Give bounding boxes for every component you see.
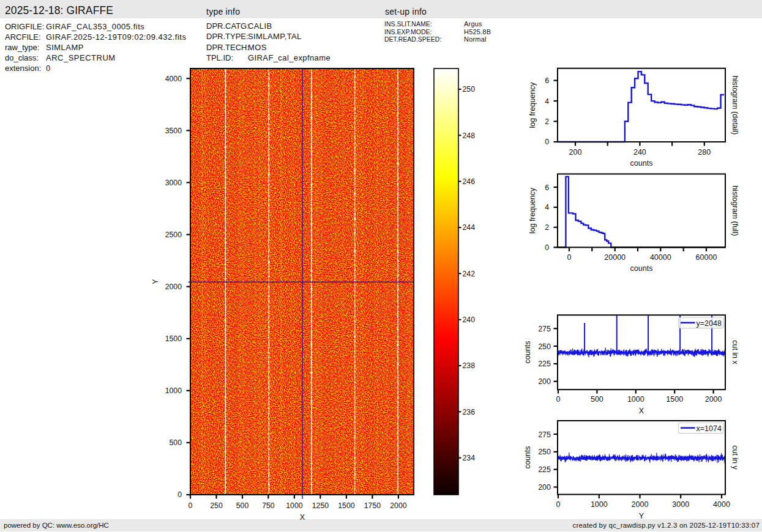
svg-text:3500: 3500 (165, 127, 182, 135)
svg-text:0: 0 (189, 501, 193, 510)
svg-text:counts: counts (523, 341, 532, 364)
svg-text:2000: 2000 (165, 283, 182, 291)
svg-text:20000: 20000 (604, 253, 626, 262)
svg-text:200: 200 (538, 377, 551, 386)
svg-text:1000: 1000 (627, 395, 644, 404)
svg-text:2000: 2000 (390, 501, 407, 510)
svg-text:4000: 4000 (165, 75, 182, 83)
svg-text:2500: 2500 (165, 231, 182, 239)
svg-text:236: 236 (463, 408, 476, 416)
svg-text:0: 0 (545, 138, 549, 146)
svg-text:225: 225 (538, 360, 551, 368)
svg-text:log frequency: log frequency (528, 187, 537, 234)
svg-text:2: 2 (545, 223, 549, 232)
svg-text:275: 275 (538, 325, 551, 333)
svg-text:1000: 1000 (165, 386, 182, 395)
svg-text:750: 750 (262, 501, 275, 510)
svg-text:250: 250 (463, 85, 476, 94)
svg-text:1000: 1000 (591, 500, 608, 509)
svg-text:histogram (full): histogram (full) (731, 185, 739, 236)
svg-text:200: 200 (538, 483, 551, 492)
svg-text:1000: 1000 (286, 501, 303, 510)
svg-text:counts: counts (630, 159, 653, 168)
svg-text:244: 244 (463, 223, 476, 232)
svg-text:40000: 40000 (650, 253, 671, 262)
svg-text:0: 0 (545, 243, 549, 252)
svg-text:6: 6 (545, 76, 549, 85)
svg-text:2: 2 (545, 117, 549, 126)
svg-text:cut in y: cut in y (731, 445, 739, 470)
svg-text:1250: 1250 (312, 501, 329, 510)
svg-text:Y: Y (639, 512, 644, 520)
svg-text:3000: 3000 (672, 500, 689, 509)
svg-text:246: 246 (463, 177, 476, 186)
svg-text:X: X (300, 513, 305, 522)
svg-text:500: 500 (169, 438, 182, 447)
svg-text:2000: 2000 (632, 500, 649, 509)
svg-text:1500: 1500 (165, 334, 182, 343)
svg-text:log frequency: log frequency (528, 82, 537, 128)
svg-text:0: 0 (177, 490, 182, 499)
svg-text:60000: 60000 (696, 253, 717, 262)
svg-text:242: 242 (463, 270, 476, 278)
svg-text:240: 240 (463, 316, 476, 324)
svg-text:275: 275 (538, 430, 551, 439)
svg-text:500: 500 (591, 395, 603, 404)
svg-text:Y: Y (151, 279, 160, 284)
svg-text:cut in x: cut in x (731, 340, 739, 364)
svg-text:1750: 1750 (364, 501, 381, 510)
svg-text:y=2048: y=2048 (697, 319, 722, 328)
svg-text:counts: counts (523, 446, 532, 469)
svg-text:4: 4 (545, 203, 549, 212)
svg-text:200: 200 (569, 148, 582, 157)
svg-text:250: 250 (538, 448, 551, 456)
svg-text:250: 250 (538, 342, 551, 351)
svg-text:240: 240 (633, 148, 646, 157)
svg-text:250: 250 (210, 501, 223, 510)
svg-text:x=1074: x=1074 (697, 424, 722, 433)
svg-text:6: 6 (545, 183, 549, 192)
svg-text:238: 238 (463, 361, 476, 370)
svg-text:1500: 1500 (338, 501, 355, 510)
svg-text:234: 234 (463, 454, 476, 462)
svg-text:3000: 3000 (165, 179, 182, 187)
svg-text:0: 0 (567, 253, 572, 262)
svg-text:4: 4 (545, 97, 549, 106)
svg-text:2000: 2000 (705, 395, 722, 404)
svg-text:1500: 1500 (666, 395, 683, 404)
svg-text:248: 248 (463, 131, 476, 140)
svg-text:500: 500 (236, 501, 249, 510)
svg-text:0: 0 (556, 500, 561, 509)
svg-text:225: 225 (538, 465, 551, 474)
svg-text:X: X (639, 407, 644, 415)
svg-text:280: 280 (698, 148, 711, 157)
svg-text:counts: counts (630, 264, 653, 273)
svg-text:0: 0 (556, 395, 561, 404)
svg-text:histogram (detail): histogram (detail) (731, 76, 739, 135)
svg-text:4000: 4000 (713, 500, 730, 509)
